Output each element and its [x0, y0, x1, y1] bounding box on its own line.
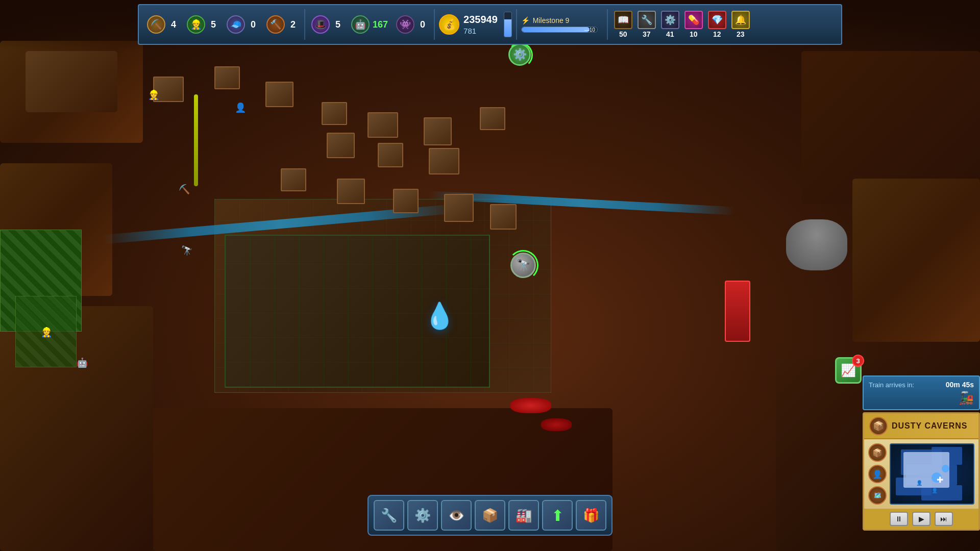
train-time: 00m 45s [946, 381, 974, 389]
building-3 [265, 82, 293, 107]
hud-resources: 📖 50 🔧 37 ⚙️ 41 💊 10 💎 12 🔔 23 [612, 11, 752, 38]
play-icon: ▶ [919, 515, 924, 523]
worker-figure-5: 👷 [41, 327, 52, 338]
worker-figure-3: ⛏️ [179, 184, 190, 195]
gear-progress-ring [507, 42, 533, 68]
miner-count: 4 [168, 19, 179, 30]
currency-values: 235949 781 [463, 14, 498, 35]
train-header: Train arrives in: 00m 45s [869, 381, 974, 389]
hud-agent-group-3: 👾 0 [394, 15, 430, 34]
resource-bar-indicator [504, 12, 512, 37]
caverns-side-icons: 📦 👤 🗺️ [868, 443, 887, 505]
hud-agent-group-2: 🤖 167 [349, 15, 390, 34]
wrench-icon: 🔧 [638, 11, 656, 29]
currency-main: 235949 [463, 14, 498, 26]
worker4-count: 2 [288, 19, 298, 30]
agent2-count: 167 [373, 19, 388, 30]
building-11 [281, 168, 306, 191]
res-bell: 🔔 23 [731, 11, 750, 38]
book-icon: 📖 [614, 11, 632, 29]
chart-icon-container: 📈 3 [835, 357, 862, 384]
toolbar-storage-btn[interactable]: 📦 [475, 500, 505, 531]
hud-worker-group-3: 🧢 0 [225, 15, 260, 34]
side-panel: Train arrives in: 00m 45s 🚂 📦 Dusty Cave… [863, 375, 980, 531]
red-mineral-2 [541, 418, 572, 431]
yellow-path [194, 94, 198, 186]
toolbar-move-btn[interactable]: ⬆ [542, 500, 573, 531]
train-notification: Train arrives in: 00m 45s 🚂 [863, 375, 980, 410]
res-gem: 💎 12 [708, 11, 726, 38]
map-figure-2: 👤 [932, 488, 938, 493]
worker2-count: 5 [208, 19, 218, 30]
building-12 [337, 179, 365, 204]
fast-forward-icon: ⏭ [940, 515, 947, 523]
fast-forward-button[interactable]: ⏭ [935, 512, 953, 526]
res-gear: ⚙️ 41 [661, 11, 679, 38]
agent1-count: 5 [333, 19, 343, 30]
caverns-title: Dusty Caverns [892, 421, 967, 431]
caverns-side-icon-2[interactable]: 👤 [868, 465, 887, 483]
resource-bar-fill [504, 19, 511, 37]
toolbar-factory-btn[interactable]: 🏭 [508, 500, 539, 531]
game-world: 👷 👤 ⛏️ 🔭 👷 🤖 ⚙️ 🔭 💧 [0, 0, 980, 551]
bell-icon: 🔔 [731, 11, 750, 29]
playback-controls: ⏸ ▶ ⏭ [864, 509, 978, 529]
caverns-map-area: 📦 👤 🗺️ ✚ 👤 👤 [864, 439, 978, 509]
hud-divider-4 [607, 9, 608, 40]
worker-figure-4: 🔭 [181, 245, 192, 256]
res-pill: 💊 10 [684, 11, 703, 38]
hud-divider-1 [304, 9, 305, 40]
res-gem-count: 12 [713, 30, 721, 38]
toolbar-build-btn[interactable]: 🔧 [374, 500, 404, 531]
building-10 [429, 148, 459, 174]
caverns-header-icon: 📦 [869, 417, 888, 435]
worker-figure-6: 🤖 [77, 357, 88, 368]
terrain-right2 [852, 179, 980, 342]
worker3-count: 0 [248, 19, 258, 30]
chart-notification-badge: 3 [852, 355, 864, 367]
hud-worker-group-1: ⛏️ 4 [145, 15, 181, 34]
caverns-panel: 📦 Dusty Caverns 📦 👤 🗺️ [863, 412, 980, 531]
toolbar-machines-btn[interactable]: ⚙️ [407, 500, 438, 531]
milestone-pickaxe-icon: ⚡ [521, 16, 530, 24]
worker-figure-2: 👤 [235, 102, 246, 113]
hud-divider-2 [434, 9, 435, 40]
agent2-icon: 🤖 [351, 15, 370, 34]
res-book-count: 50 [619, 30, 627, 38]
building-13 [393, 189, 419, 213]
toolbar-view-btn[interactable]: 👁️ [441, 500, 472, 531]
map-figure-1: 👤 [916, 480, 922, 486]
chart-button[interactable]: 📈 3 [835, 357, 862, 384]
sphere-indicator: 🔭 [510, 253, 536, 278]
building-9 [378, 143, 403, 167]
train-icon-row: 🚂 [869, 391, 974, 405]
res-pill-count: 10 [690, 30, 698, 38]
gem-icon: 💎 [708, 11, 726, 29]
caverns-side-icon-1[interactable]: 📦 [868, 443, 887, 462]
play-button[interactable]: ▶ [912, 512, 930, 526]
worker2-icon: 👷 [187, 15, 205, 34]
milestone-bar-fill [522, 27, 590, 32]
red-mineral-1 [510, 398, 551, 413]
worker-figure-1: 👷 [148, 89, 159, 101]
gear-indicator[interactable]: ⚙️ [508, 43, 531, 66]
agent1-icon: 🎩 [311, 15, 330, 34]
pause-button[interactable]: ⏸ [890, 512, 908, 526]
building-6 [424, 117, 452, 145]
hud-agent-group-1: 🎩 5 [309, 15, 345, 34]
miner-icon: ⛏️ [147, 15, 165, 34]
res-wrench: 🔧 37 [638, 11, 656, 38]
building-14 [444, 194, 474, 222]
res-bell-count: 23 [737, 30, 745, 38]
res-book: 📖 50 [614, 11, 632, 38]
gear-res-icon: ⚙️ [661, 11, 679, 29]
toolbar-items-btn[interactable]: 🎁 [576, 500, 606, 531]
milestone-bar: —10 [521, 27, 598, 33]
building-15 [490, 204, 517, 230]
worker4-icon: 🔨 [266, 15, 285, 34]
terrain-rock1 [26, 51, 117, 112]
red-building [725, 281, 750, 342]
res-wrench-count: 37 [643, 30, 651, 38]
building-5 [368, 112, 398, 138]
map-highlight-2 [942, 465, 949, 472]
